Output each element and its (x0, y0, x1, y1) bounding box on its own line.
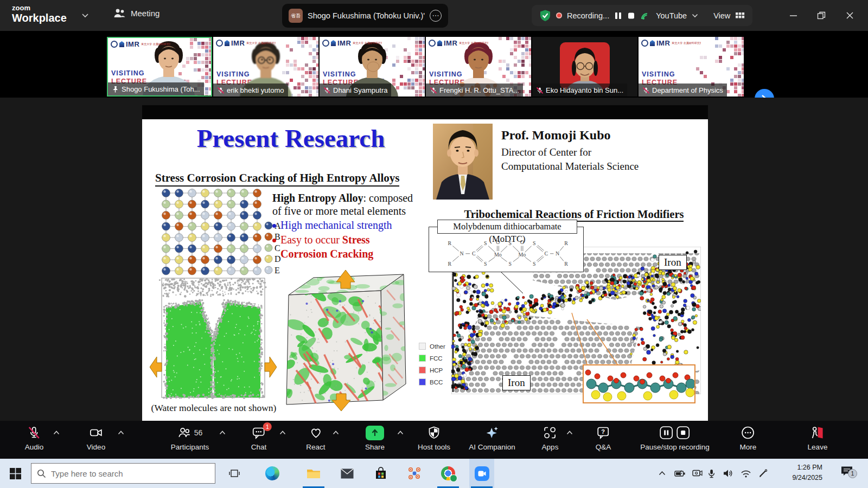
svg-text:R: R (564, 240, 568, 246)
pause-recording-icon[interactable] (614, 11, 622, 20)
svg-text:S: S (508, 261, 512, 267)
host-tools-button[interactable]: Host tools (418, 425, 450, 451)
taskbar-clock[interactable]: 1:26 PM 9/24/2025 (792, 463, 822, 483)
view-grid-icon[interactable] (735, 11, 745, 20)
task-view-button[interactable] (225, 459, 244, 488)
share-button[interactable]: Share (365, 425, 385, 451)
university-emblem-icon (216, 40, 223, 47)
tray-pen-icon[interactable] (755, 459, 770, 488)
svg-text:S: S (533, 240, 536, 246)
video-options-caret[interactable] (118, 431, 125, 435)
participants-icon (177, 426, 192, 440)
taskbar-app-chrome[interactable] (436, 459, 461, 488)
imr-banner: IMR 東北大学 金属材料研究所 (216, 39, 276, 47)
taskbar-search[interactable] (31, 463, 215, 484)
microstructure-cube-figure (282, 267, 413, 412)
video-tile-shogo[interactable]: IMR 東北大学 金属材料研究所 VISITING LECTURE Shogo … (107, 37, 212, 97)
video-tile-eko[interactable]: Eko Hidayanto bin Sun... (532, 37, 637, 97)
react-button[interactable]: React (306, 425, 325, 451)
view-label[interactable]: View (713, 11, 730, 20)
stop-recording-icon (676, 426, 690, 440)
muted-mic-icon (536, 87, 543, 94)
chat-options-caret[interactable] (279, 431, 286, 435)
participant-name-label: Department of Physics (639, 84, 727, 97)
tab-options-icon[interactable]: ⋯ (430, 10, 442, 22)
qa-button[interactable]: ? Q&A (596, 425, 611, 451)
taskbar-app-zoom[interactable] (469, 459, 494, 488)
more-ellipsis-icon (741, 426, 755, 440)
slide-right-heading: Tribochemical Reactions of Friction Modi… (444, 208, 704, 221)
notification-center-button[interactable]: 1 (841, 466, 853, 476)
camera-icon (89, 426, 103, 440)
apps-options-caret[interactable] (566, 431, 573, 435)
search-input[interactable] (51, 469, 209, 478)
minimize-button[interactable] (779, 0, 807, 31)
video-button[interactable]: Video (87, 425, 105, 451)
taskbar-app-explorer[interactable] (301, 459, 326, 488)
stream-service-label[interactable]: YouTube (656, 11, 687, 20)
close-button[interactable] (835, 0, 864, 31)
tray-hidden-icons-button[interactable] (654, 459, 670, 488)
profile-avatar (560, 42, 610, 89)
phase-legend: Other FCC HCP BCC (417, 342, 448, 391)
security-shield-icon[interactable] (539, 9, 551, 22)
imr-logo-icon (331, 40, 336, 46)
pen-icon (758, 469, 768, 478)
taskbar-app-molecule[interactable] (402, 459, 427, 488)
share-options-caret[interactable] (397, 431, 404, 435)
stream-chevron-icon[interactable] (692, 14, 698, 18)
svg-text:Mo: Mo (494, 252, 502, 258)
restore-button[interactable] (807, 0, 835, 31)
video-tile-erik[interactable]: IMR 東北大学 金属材料研究所 VISITING LECTURE erik b… (213, 37, 318, 97)
tab-meeting[interactable]: Meeting (113, 8, 159, 18)
tab-active-speaker[interactable]: 省吾 Shogo Fukushima (Tohoku Univ.)' ⋯ (282, 4, 448, 28)
participants-count: 56 (194, 428, 203, 437)
tray-wifi-icon[interactable] (737, 459, 755, 488)
ai-companion-button[interactable]: AI Companion (469, 425, 515, 451)
participants-options-caret[interactable] (219, 431, 226, 435)
tray-speaker-icon[interactable] (720, 459, 736, 488)
video-tile-frengki[interactable]: IMR 東北大学 金属材料研究所 VISITING LECTURE Frengk… (426, 37, 531, 97)
professor-photo (433, 124, 493, 200)
tray-battery-icon[interactable] (672, 459, 688, 488)
tray-microphone-icon[interactable] (704, 459, 719, 488)
molecule-app-icon (407, 466, 422, 480)
tab-title: Shogo Fukushima (Tohoku Univ.)' (308, 11, 425, 20)
audio-options-caret[interactable] (53, 431, 60, 435)
battery-icon (674, 470, 686, 478)
svg-text:Mo: Mo (519, 252, 526, 258)
participants-button[interactable]: 56 Participants (171, 425, 209, 451)
stop-recording-icon[interactable] (627, 11, 635, 20)
muted-mic-icon (27, 426, 41, 440)
chrome-icon (441, 466, 455, 480)
audio-button[interactable]: Audio (25, 425, 44, 451)
imr-logo-icon (650, 40, 655, 46)
svg-text:S: S (484, 240, 487, 246)
video-tile-dhani[interactable]: IMR 東北大学 金属材料研究所 VISITING LECTURE Dhani … (320, 37, 425, 97)
chat-button[interactable]: 1 Chat (251, 425, 267, 451)
legend-swatch (419, 355, 426, 362)
tray-camera-icon[interactable] (689, 459, 705, 488)
start-button[interactable] (7, 459, 24, 488)
notification-count-badge: 1 (848, 469, 857, 478)
taskbar-app-store[interactable] (368, 459, 393, 488)
react-options-caret[interactable] (333, 431, 340, 435)
camera-device-icon (692, 470, 703, 478)
svg-text:S: S (508, 240, 512, 246)
legend-swatch (419, 378, 426, 386)
leave-button[interactable]: Leave (808, 425, 828, 451)
apps-button[interactable]: Apps (542, 425, 559, 451)
ai-sparkle-icon (485, 426, 499, 440)
file-explorer-icon (307, 467, 321, 479)
taskbar-app-edge[interactable] (260, 459, 285, 488)
imr-logo-icon (119, 41, 124, 47)
speaker-icon (723, 469, 733, 478)
microphone-icon (707, 469, 716, 478)
more-button[interactable]: More (740, 425, 757, 451)
pause-stop-recording-button[interactable]: Pause/stop recording (640, 425, 710, 451)
taskbar-app-mail[interactable] (335, 459, 360, 488)
clock-time: 1:26 PM (792, 463, 822, 473)
svg-text:O: O (520, 239, 524, 245)
workspace-switch-chevron-icon[interactable] (81, 13, 89, 18)
video-tile-department[interactable]: IMR 東北大学 金属材料研究所 VISITING LECTURE Depart… (639, 37, 744, 97)
